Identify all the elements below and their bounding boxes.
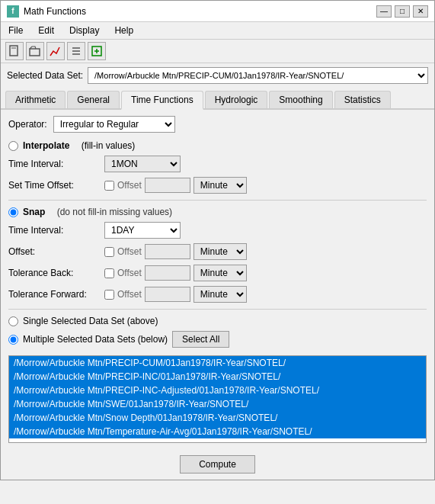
- single-dataset-radio[interactable]: [8, 316, 18, 326]
- single-dataset-label: Single Selected Data Set (above): [23, 316, 158, 326]
- snap-offset-input[interactable]: [145, 244, 190, 259]
- toolbar: [1, 40, 434, 63]
- list-item[interactable]: /Morrow/Arbuckle Mtn/SWE/01Jan1978/IR-Ye…: [9, 397, 426, 411]
- toolbar-new-button[interactable]: [5, 42, 24, 60]
- list-item[interactable]: /Morrow/Arbuckle Mtn/PRECIP-CUM/01Jan197…: [9, 356, 426, 370]
- tab-smoothing[interactable]: Smoothing: [269, 91, 332, 108]
- list-item[interactable]: /Morrow/Arbuckle Mtn/Snow Depth/01Jan197…: [9, 411, 426, 425]
- menu-help[interactable]: Help: [110, 24, 138, 37]
- section-divider: [8, 200, 427, 201]
- set-time-offset-row: Set Time Offset: Offset Minute: [8, 177, 427, 194]
- tolerance-back-group: Offset Minute: [104, 265, 247, 281]
- multiple-datasets-label: Multiple Selected Data Sets (below): [23, 334, 168, 345]
- list-item[interactable]: /Morrow/Arbuckle Mtn/PRECIP-INC-Adjusted…: [9, 384, 426, 397]
- snap-time-interval-select[interactable]: 1DAY: [104, 222, 181, 239]
- operator-select[interactable]: Irregular to Regular: [53, 116, 175, 133]
- dataset-list-container: /Morrow/Arbuckle Mtn/PRECIP-CUM/01Jan197…: [8, 352, 427, 443]
- tolerance-forward-text: Offset: [117, 289, 142, 300]
- select-all-button[interactable]: Select All: [172, 331, 229, 348]
- main-window: f Math Functions — □ ✕ File Edit Display…: [0, 0, 435, 480]
- interpolate-radio[interactable]: [8, 141, 18, 151]
- minimize-button[interactable]: —: [376, 5, 392, 18]
- list-item[interactable]: /Morrow/Arbuckle Mtn/PRECIP-INC/01Jan197…: [9, 370, 426, 384]
- selected-dataset-label: Selected Data Set:: [7, 70, 83, 81]
- multiple-datasets-radio[interactable]: [8, 335, 18, 345]
- tolerance-back-row: Tolerance Back: Offset Minute: [8, 265, 427, 281]
- tolerance-back-checkbox[interactable]: [104, 268, 114, 278]
- tolerance-back-input[interactable]: [145, 265, 190, 281]
- tab-statistics[interactable]: Statistics: [334, 91, 391, 108]
- tolerance-forward-group: Offset Minute: [104, 286, 247, 303]
- snap-offset-unit-select[interactable]: Minute: [194, 243, 247, 260]
- tolerance-back-label: Tolerance Back:: [8, 268, 100, 278]
- set-time-offset-label: Set Time Offset:: [8, 180, 100, 191]
- offset-row: Offset: Offset Minute: [8, 243, 427, 260]
- menu-edit[interactable]: Edit: [34, 24, 59, 37]
- time-interval-row-interpolate: Time Interval: 1MON: [8, 156, 427, 172]
- tolerance-forward-checkbox[interactable]: [104, 290, 114, 300]
- snap-offset-text: Offset: [117, 246, 142, 257]
- window-controls: — □ ✕: [376, 5, 428, 18]
- toolbar-list-button[interactable]: [67, 42, 85, 60]
- interpolate-label: Interpolate (fill-in values): [23, 140, 135, 151]
- single-dataset-row: Single Selected Data Set (above): [8, 316, 427, 326]
- offset-unit-select[interactable]: Minute: [194, 177, 247, 194]
- selected-dataset-row: Selected Data Set: /Morrow/Arbuckle Mtn/…: [1, 63, 434, 88]
- snap-label: Snap (do not fill-in missing values): [23, 207, 172, 217]
- tolerance-forward-input[interactable]: [145, 287, 190, 302]
- svg-rect-0: [10, 46, 18, 56]
- snap-radio[interactable]: [8, 207, 18, 217]
- set-time-offset-checkbox[interactable]: [104, 181, 114, 191]
- toolbar-chart-button[interactable]: [46, 42, 65, 60]
- dataset-list[interactable]: /Morrow/Arbuckle Mtn/PRECIP-CUM/01Jan197…: [8, 355, 427, 443]
- offset-group-interpolate: Offset Minute: [104, 177, 247, 194]
- tolerance-forward-label: Tolerance Forward:: [8, 289, 100, 300]
- snap-offset-group: Offset Minute: [104, 243, 247, 260]
- time-interval-row-snap: Time Interval: 1DAY: [8, 222, 427, 239]
- tab-arithmetic[interactable]: Arithmetic: [5, 91, 66, 108]
- maximize-button[interactable]: □: [395, 5, 410, 18]
- section-divider-2: [8, 309, 427, 310]
- interpolate-section: Interpolate (fill-in values): [8, 140, 427, 151]
- compute-button[interactable]: Compute: [180, 455, 255, 474]
- snap-offset-checkbox[interactable]: [104, 247, 114, 257]
- tolerance-back-unit-select[interactable]: Minute: [194, 265, 247, 281]
- menu-file[interactable]: File: [4, 24, 27, 37]
- svg-rect-2: [30, 49, 40, 56]
- operator-row: Operator: Irregular to Regular: [8, 116, 427, 133]
- tolerance-forward-row: Tolerance Forward: Offset Minute: [8, 286, 427, 303]
- snap-offset-label: Offset:: [8, 246, 100, 257]
- tab-time-functions[interactable]: Time Functions: [121, 91, 203, 110]
- operator-label: Operator:: [8, 119, 47, 130]
- tolerance-back-text: Offset: [117, 268, 142, 278]
- toolbar-open-button[interactable]: [26, 42, 44, 60]
- tab-hydrologic[interactable]: Hydrologic: [205, 91, 268, 108]
- list-item[interactable]: /Morrow/Arbuckle Mtn/Temperature-Air-Avg…: [9, 425, 426, 438]
- content-area: Operator: Irregular to Regular Interpola…: [1, 110, 434, 449]
- tab-general[interactable]: General: [67, 91, 120, 108]
- tolerance-forward-unit-select[interactable]: Minute: [194, 286, 247, 303]
- app-icon: f: [7, 5, 19, 18]
- snap-time-interval-label: Time Interval:: [8, 225, 100, 236]
- compute-row: Compute: [1, 449, 434, 480]
- window-title: Math Functions: [24, 6, 376, 17]
- multiple-datasets-row: Multiple Selected Data Sets (below) Sele…: [8, 331, 427, 348]
- menu-display[interactable]: Display: [65, 24, 104, 37]
- offset-text-label: Offset: [117, 180, 142, 191]
- time-interval-label: Time Interval:: [8, 159, 100, 169]
- toolbar-stats-button[interactable]: [88, 42, 106, 60]
- selected-dataset-select[interactable]: /Morrow/Arbuckle Mtn/PRECIP-CUM/01Jan197…: [88, 67, 428, 84]
- offset-value-input[interactable]: [145, 178, 190, 193]
- menu-bar: File Edit Display Help: [1, 22, 434, 40]
- snap-section: Snap (do not fill-in missing values): [8, 207, 427, 217]
- time-interval-select[interactable]: 1MON: [104, 156, 181, 172]
- title-bar: f Math Functions — □ ✕: [1, 1, 434, 22]
- tabs-bar: Arithmetic General Time Functions Hydrol…: [1, 88, 434, 110]
- close-button[interactable]: ✕: [413, 5, 428, 18]
